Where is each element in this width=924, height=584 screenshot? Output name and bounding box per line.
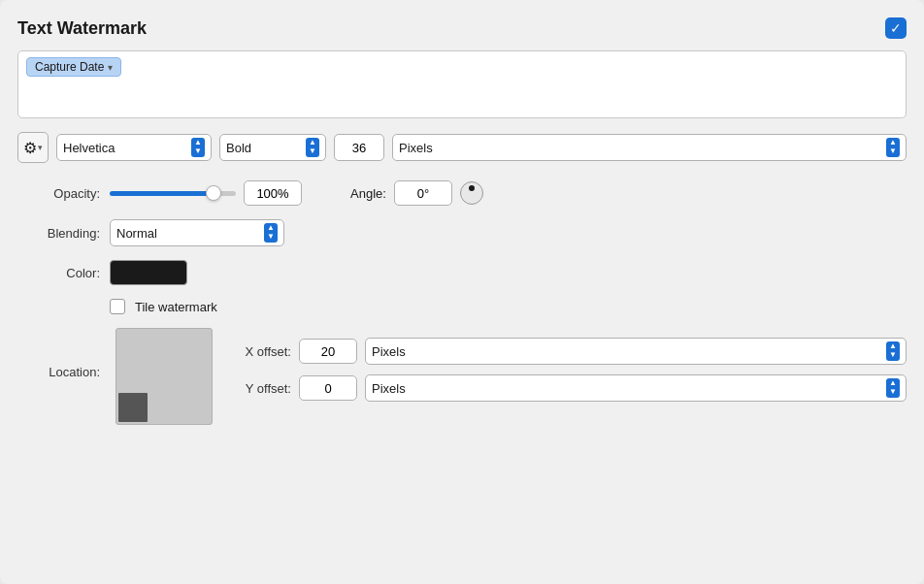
grid-cell-bot-right[interactable] <box>181 393 210 422</box>
y-offset-row: Y offset: Pixels ▲ ▼ <box>228 374 907 402</box>
x-offset-label: X offset: <box>228 344 291 359</box>
grid-cell-mid-center[interactable] <box>149 362 179 391</box>
x-offset-input[interactable] <box>299 339 357 364</box>
blending-row: Blending: Normal ▲ ▼ <box>27 219 907 246</box>
grid-cell-mid-left[interactable] <box>118 362 148 391</box>
grid-cell-top-right[interactable] <box>181 331 210 360</box>
font-select[interactable]: Helvetica ▲ ▼ <box>56 134 212 161</box>
font-arrows-icon: ▲ ▼ <box>191 138 205 157</box>
opacity-angle-row: Opacity: Angle: <box>27 180 907 206</box>
grid-cell-top-center[interactable] <box>149 331 179 360</box>
color-row: Color: <box>27 260 907 285</box>
gear-icon: ⚙ <box>23 139 37 157</box>
style-arrows-icon: ▲ ▼ <box>306 138 319 157</box>
blending-arrows-icon: ▲ ▼ <box>264 223 278 243</box>
x-unit-select[interactable]: Pixels ▲ ▼ <box>365 338 907 365</box>
x-offset-row: X offset: Pixels ▲ ▼ <box>228 338 907 365</box>
gear-chevron-icon: ▾ <box>38 143 43 152</box>
watermark-text-area[interactable]: Capture Date ▾ <box>17 50 907 118</box>
angle-dial[interactable] <box>460 181 483 205</box>
y-offset-label: Y offset: <box>228 381 291 396</box>
gear-settings-button[interactable]: ⚙ ▾ <box>17 132 49 163</box>
y-unit-select[interactable]: Pixels ▲ ▼ <box>365 374 907 402</box>
token-chevron-icon: ▾ <box>108 62 113 73</box>
opacity-label: Opacity: <box>27 186 100 201</box>
angle-dot-icon <box>469 185 475 191</box>
y-offset-input[interactable] <box>299 375 357 401</box>
opacity-slider-thumb[interactable] <box>206 185 221 201</box>
opacity-slider-track[interactable] <box>110 191 236 196</box>
opacity-value-input[interactable] <box>244 180 302 206</box>
panel-header: Text Watermark ✓ <box>17 17 907 39</box>
font-unit-select[interactable]: Pixels ▲ ▼ <box>392 134 907 161</box>
grid-cell-mid-right[interactable] <box>181 362 210 391</box>
enabled-checkbox[interactable]: ✓ <box>885 17 907 39</box>
grid-cell-top-left[interactable] <box>118 331 148 360</box>
text-watermark-panel: Text Watermark ✓ Capture Date ▾ ⚙ ▾ Helv… <box>0 0 924 584</box>
x-unit-arrows-icon: ▲ ▼ <box>886 341 900 361</box>
angle-label: Angle: <box>350 186 386 201</box>
tile-label: Tile watermark <box>135 300 217 314</box>
color-label: Color: <box>27 266 100 280</box>
location-row: Location: X offset: <box>27 328 907 425</box>
y-unit-arrows-icon: ▲ ▼ <box>886 378 900 398</box>
location-grid[interactable] <box>116 328 213 425</box>
color-swatch[interactable] <box>110 260 187 285</box>
blending-label: Blending: <box>27 226 100 241</box>
properties-section: Opacity: Angle: Blending: Normal <box>17 180 907 425</box>
blending-select[interactable]: Normal ▲ ▼ <box>110 219 284 246</box>
font-style-select[interactable]: Bold ▲ ▼ <box>219 134 326 161</box>
toolbar-row: ⚙ ▾ Helvetica ▲ ▼ Bold ▲ ▼ Pixels ▲ ▼ <box>17 132 907 163</box>
offset-controls: X offset: Pixels ▲ ▼ Y offset: Pixels <box>228 338 907 402</box>
panel-title: Text Watermark <box>17 18 147 39</box>
location-label: Location: <box>27 365 100 379</box>
opacity-slider-container <box>110 180 302 206</box>
grid-cell-bot-left[interactable] <box>118 393 148 422</box>
angle-section: Angle: <box>350 180 483 206</box>
tile-checkbox[interactable] <box>110 299 125 314</box>
grid-cell-bot-center[interactable] <box>149 393 179 422</box>
angle-value-input[interactable] <box>394 180 452 206</box>
unit-arrows-icon: ▲ ▼ <box>886 138 900 157</box>
capture-date-token[interactable]: Capture Date ▾ <box>26 57 121 77</box>
tile-row: Tile watermark <box>27 299 907 314</box>
font-size-input[interactable] <box>334 134 384 161</box>
